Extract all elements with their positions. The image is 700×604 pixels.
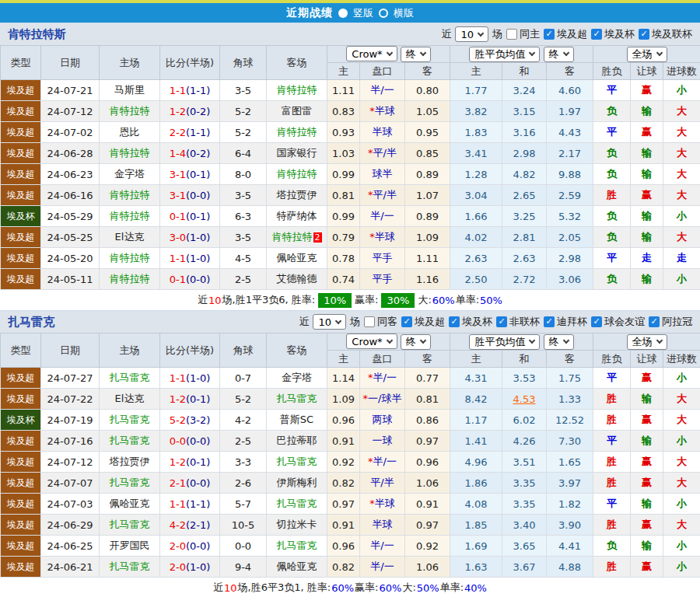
same-venue-checkbox[interactable]: 同主 [506, 27, 540, 41]
col-goals-result: 大 [663, 143, 700, 164]
col-handicap: 两球 [360, 410, 405, 431]
halftime-score: (0-1) [186, 393, 210, 405]
avg-odds-select[interactable]: 胜平负均值 [469, 47, 540, 62]
summary: 近10场,胜1平3负6, 胜率:10% 赢率:30% 大:60% 单率:50% [0, 290, 700, 310]
competition-checkbox[interactable]: ✓阿拉冠 [649, 315, 692, 329]
col-date: 24-06-28 [41, 143, 100, 164]
checkbox-checked-icon[interactable]: ✓ [649, 316, 660, 327]
col-avg-draw: 3.65 [502, 536, 547, 557]
radio-unselected-icon[interactable] [379, 9, 388, 18]
competition-checkbox[interactable]: ✓埃及超 [401, 315, 445, 329]
scope-select[interactable]: 全场 [627, 334, 667, 350]
halftime-score: (0-2) [186, 106, 210, 117]
col-date: 24-07-27 [41, 368, 100, 389]
col-odds-away: 1.07 [405, 185, 450, 206]
col-handicap: 球半 [360, 164, 405, 185]
away-team-name: 国家银行 [277, 147, 317, 159]
col-away-team: 艾德翰德 [267, 269, 327, 290]
halftime-score: (0-0) [186, 477, 210, 489]
col-handicap: 半/一 [360, 536, 405, 557]
col-league: 埃及超 [1, 101, 41, 122]
match-row: 埃及超24-06-21扎马雷克2-0(1-0)9-4佩哈亚克0.82半/一1.0… [1, 557, 700, 578]
col-goals-result: 大 [663, 410, 700, 431]
col-header-home: 主场 [100, 46, 160, 80]
scope-select[interactable]: 全场 [627, 47, 667, 62]
same-venue-checkbox[interactable]: 同客 [364, 315, 397, 329]
col-league: 埃及超 [1, 536, 41, 557]
col-avg-home: 1.85 [450, 515, 502, 536]
col-home-team: 肯特拉特 [100, 101, 160, 122]
radio-selected-icon[interactable] [338, 9, 348, 18]
avg-odds-select[interactable]: 胜平负均值 [469, 334, 540, 350]
competition-checkbox[interactable]: ✓迪拜杯 [544, 315, 587, 329]
view-option-horizontal[interactable]: 横版 [394, 6, 414, 20]
competition-checkbox[interactable]: ✓非联杯 [496, 315, 540, 329]
summary-segment: 50% [417, 582, 439, 594]
col-home-team: El达克 [100, 389, 160, 410]
col-header-corner: 角球 [220, 333, 267, 368]
col-goals-result: 大 [663, 473, 700, 494]
col-score: 2-2(1-1) [160, 122, 220, 143]
checkbox-checked-icon[interactable]: ✓ [591, 29, 602, 40]
col-wdl-result: 平 [593, 431, 631, 452]
col-home-team: 扎马雷克 [100, 431, 160, 452]
col-score: 3-1(0-0) [160, 185, 220, 206]
col-odds-home: 0.79 [327, 227, 360, 248]
col-date: 24-07-07 [41, 473, 100, 494]
competition-checkbox[interactable]: ✓埃及杯 [449, 315, 492, 329]
checkbox-checked-icon[interactable]: ✓ [496, 316, 507, 327]
checkbox-checked-icon[interactable]: ✓ [449, 316, 460, 327]
final-odds-select[interactable]: 终 [401, 47, 431, 62]
view-option-vertical[interactable]: 竖版 [353, 6, 373, 20]
col-score: 0-0(0-0) [160, 431, 220, 452]
recent-count-select[interactable]: 10 [455, 26, 488, 42]
col-date: 24-07-12 [41, 101, 100, 122]
checkbox-checked-icon[interactable]: ✓ [401, 316, 412, 327]
col-league: 埃及超 [1, 557, 41, 578]
avg-draw-value: 2.63 [513, 253, 536, 264]
home-team-name: 扎马雷克 [110, 477, 150, 488]
col-header-odds-away: 客 [405, 351, 450, 368]
final-avg-select[interactable]: 终 [544, 47, 574, 62]
col-avg-draw: 2.98 [502, 143, 547, 164]
checkbox-checked-icon[interactable]: ✓ [544, 316, 555, 327]
bookmaker-select[interactable]: Crow* [346, 46, 397, 61]
competition-checkbox[interactable]: ✓球会友谊 [591, 315, 645, 329]
checkbox-checked-icon[interactable]: ✓ [591, 316, 602, 327]
final-avg-select[interactable]: 终 [544, 334, 574, 350]
col-odds-home: 0.82 [327, 473, 360, 494]
same-venue-label: 同客 [377, 315, 397, 329]
avg-draw-value: 3.15 [513, 106, 536, 117]
competition-label: 埃及联杯 [652, 27, 692, 41]
checkbox-unchecked-icon[interactable] [506, 29, 517, 40]
checkbox-checked-icon[interactable]: ✓ [544, 29, 555, 40]
summary-segment: 10 [224, 582, 237, 594]
col-odds-away: 0.89 [405, 164, 450, 185]
recent-count-select[interactable]: 10 [313, 314, 346, 330]
bookmaker-select[interactable]: Crow* [346, 333, 397, 349]
away-team-name: 扎马雷克 [277, 539, 317, 551]
competition-checkbox[interactable]: ✓埃及超 [544, 27, 587, 41]
col-goals-result: 大 [663, 515, 700, 536]
competition-label: 非联杯 [509, 315, 540, 329]
avg-draw-value: 2.65 [513, 190, 536, 201]
competition-checkbox[interactable]: ✓埃及杯 [591, 27, 635, 41]
col-avg-home: 8.42 [450, 389, 502, 410]
competition-checkbox[interactable]: ✓埃及联杯 [639, 27, 692, 41]
col-handicap-result: 赢 [631, 473, 663, 494]
match-row: 埃及超24-06-29扎马雷克4-2(2-1)10-5切拉米卡0.91半球0.9… [1, 515, 700, 536]
matches-table: 类型 日期 主场 比分(半场) 角球 客场 Crow* 终 胜平负均值 终 全场 [0, 45, 700, 290]
col-wdl-result: 负 [593, 206, 631, 227]
col-handicap: *半/一 [360, 368, 405, 389]
final-odds-select[interactable]: 终 [401, 334, 431, 350]
avg-draw-value: 2.98 [513, 148, 536, 159]
checkbox-unchecked-icon[interactable] [364, 316, 375, 327]
avg-draw-value: 2.81 [513, 232, 536, 243]
col-wdl-result: 胜 [593, 452, 631, 473]
title-bar: 近期战绩 竖版 横版 [0, 3, 700, 23]
col-home-team: 肯特拉特 [100, 269, 160, 290]
col-home-team: 开罗国民 [100, 536, 160, 557]
col-avg-home: 1.41 [450, 431, 502, 452]
checkbox-checked-icon[interactable]: ✓ [639, 29, 649, 40]
match-row: 埃及超24-07-07扎马雷克2-1(0-0)2-6伊斯梅利0.82平/半1.0… [1, 473, 700, 494]
